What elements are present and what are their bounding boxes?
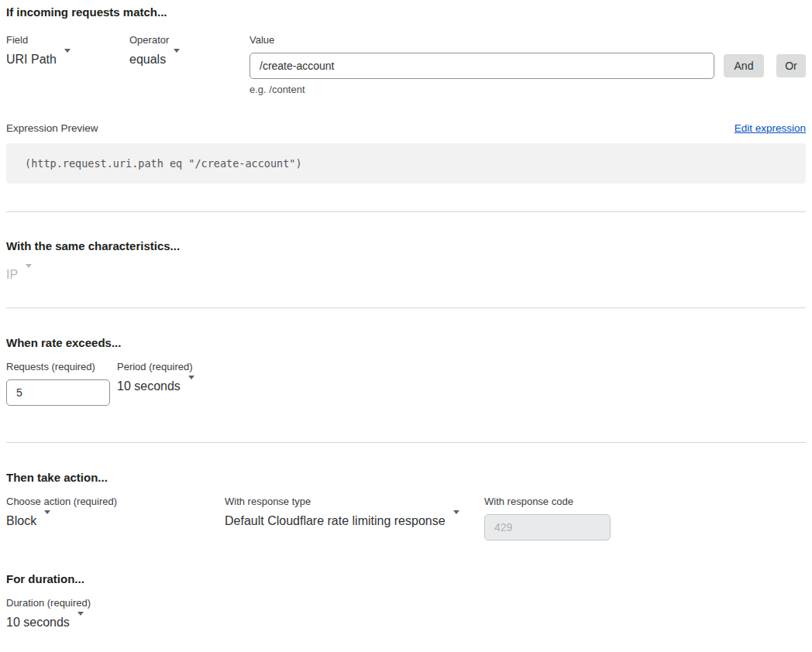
edit-expression-link[interactable]: Edit expression	[735, 122, 806, 134]
duration-select-value: 10 seconds	[6, 616, 70, 629]
response-type-label: With response type	[225, 496, 473, 507]
action-row: Choose action (required) Block With resp…	[6, 496, 806, 540]
caret-down-icon	[453, 510, 459, 527]
response-code-group: With response code	[484, 496, 611, 540]
choose-action-select-value: Block	[6, 514, 36, 527]
caret-down-icon	[44, 510, 50, 527]
section-divider	[6, 307, 806, 308]
duration-group: Duration (required) 10 seconds	[6, 598, 121, 630]
requests-label: Requests (required)	[6, 362, 110, 372]
choose-action-label: Choose action (required)	[6, 496, 212, 507]
operator-select[interactable]: equals	[129, 53, 243, 67]
section-rate-exceeds: When rate exceeds... Requests (required)…	[6, 337, 806, 406]
caret-down-icon	[188, 376, 194, 393]
section-divider	[6, 442, 806, 443]
section-heading-duration: For duration...	[6, 573, 806, 585]
value-label: Value	[249, 35, 714, 46]
section-divider	[6, 211, 806, 212]
value-group: Value e.g. /content	[249, 35, 714, 95]
section-incoming-requests-match: If incoming requests match... Field URI …	[6, 6, 806, 184]
response-type-select-value: Default Cloudflare rate limiting respons…	[225, 514, 446, 527]
operator-select-value: equals	[129, 53, 166, 66]
response-type-group: With response type Default Cloudflare ra…	[225, 496, 473, 528]
duration-select[interactable]: 10 seconds	[6, 616, 121, 630]
period-label: Period (required)	[117, 362, 232, 372]
requests-input[interactable]	[6, 379, 110, 406]
section-heading-rate: When rate exceeds...	[6, 337, 806, 349]
response-type-select[interactable]: Default Cloudflare rate limiting respons…	[225, 514, 473, 528]
section-take-action: Then take action... Choose action (requi…	[6, 472, 806, 540]
field-label: Field	[6, 35, 121, 46]
response-code-input	[484, 514, 611, 540]
rate-limiting-rule-form: If incoming requests match... Field URI …	[6, 6, 806, 630]
section-heading-action: Then take action...	[6, 472, 806, 484]
caret-down-icon	[64, 49, 71, 66]
section-for-duration: For duration... Duration (required) 10 s…	[6, 573, 806, 630]
period-select[interactable]: 10 seconds	[117, 379, 232, 393]
requests-group: Requests (required)	[6, 362, 110, 406]
expression-preview-box: (http.request.uri.path eq "/create-accou…	[6, 143, 806, 184]
section-heading-characteristics: With the same characteristics...	[6, 240, 806, 252]
caret-down-icon	[174, 49, 180, 66]
or-button[interactable]: Or	[776, 54, 806, 77]
choose-action-group: Choose action (required) Block	[6, 496, 212, 528]
rate-row: Requests (required) Period (required) 10…	[6, 362, 806, 406]
period-group: Period (required) 10 seconds	[117, 362, 232, 393]
expression-preview-header: Expression Preview Edit expression	[6, 122, 806, 134]
section-same-characteristics: With the same characteristics... IP	[6, 240, 806, 282]
operator-label: Operator	[129, 35, 243, 46]
duration-label: Duration (required)	[6, 598, 121, 609]
expression-builder-row: Field URI Path Operator equals Value e.g…	[6, 35, 806, 95]
expression-preview-label: Expression Preview	[6, 122, 98, 134]
field-select-value: URI Path	[6, 53, 57, 66]
operator-group: Operator equals	[129, 35, 243, 67]
value-helper-text: e.g. /content	[249, 84, 714, 95]
section-heading-incoming-requests: If incoming requests match...	[6, 6, 806, 19]
caret-down-icon	[77, 612, 84, 629]
caret-down-icon	[26, 264, 32, 281]
field-group: Field URI Path	[6, 35, 121, 67]
value-input[interactable]	[249, 53, 714, 79]
characteristic-select-value: IP	[6, 268, 18, 281]
choose-action-select[interactable]: Block	[6, 514, 212, 528]
and-button[interactable]: And	[724, 54, 764, 77]
period-select-value: 10 seconds	[117, 379, 181, 393]
characteristic-select: IP	[6, 268, 121, 282]
field-select[interactable]: URI Path	[6, 53, 121, 67]
expression-preview-code: (http.request.uri.path eq "/create-accou…	[25, 157, 302, 170]
response-code-label: With response code	[484, 496, 611, 507]
